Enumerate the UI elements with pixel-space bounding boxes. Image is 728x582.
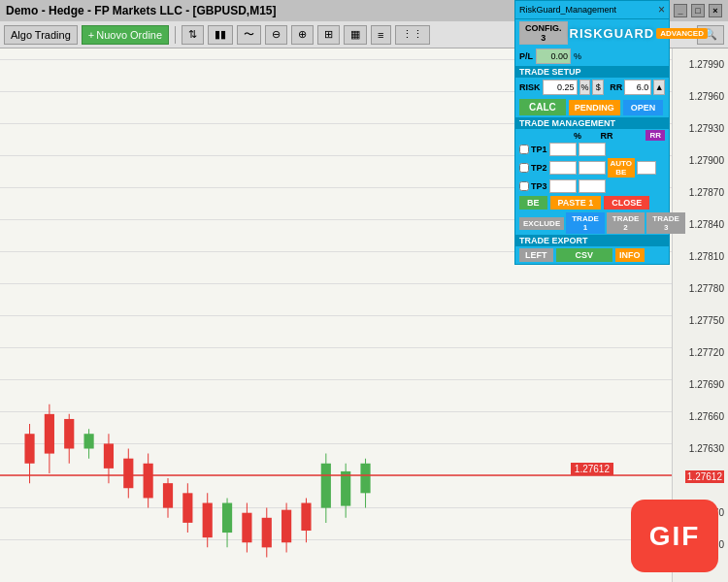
left-button[interactable]: LEFT: [519, 248, 553, 262]
minimize-button[interactable]: _: [674, 4, 687, 17]
tp1-rr-input[interactable]: [579, 143, 606, 156]
window-controls[interactable]: _ □ ×: [674, 4, 722, 17]
col-rr-header: RR: [593, 131, 620, 141]
chart-type-3[interactable]: ≡: [371, 25, 390, 45]
riskguard-brand: RISKGUARD: [570, 26, 655, 41]
exclude-button[interactable]: EXCLUDE: [519, 217, 564, 230]
riskguard-header: RiskGuard_Management ×: [515, 1, 669, 19]
pl-input[interactable]: [536, 48, 571, 64]
rr-adjust-btn[interactable]: ▲: [653, 80, 665, 95]
tp1-checkbox[interactable]: [519, 145, 529, 154]
tp2-rr-input[interactable]: [579, 161, 606, 175]
price-level: 1.27690: [689, 379, 724, 390]
be-button[interactable]: BE: [519, 196, 547, 210]
window-title: Demo - Hedge - FP Markets LLC - [GBPUSD,…: [6, 4, 276, 17]
svg-rect-9: [104, 443, 114, 468]
current-price-label: 1.27612: [571, 463, 613, 475]
maximize-button[interactable]: □: [691, 4, 705, 17]
trade2-button[interactable]: TRADE 2: [607, 212, 645, 234]
tp2-row: TP2 AUTOBE: [515, 157, 669, 178]
tp3-label: TP3: [531, 181, 547, 191]
cursor: [386, 306, 394, 313]
svg-rect-1: [24, 434, 34, 464]
action-buttons-row: CALC PENDING OPEN: [515, 97, 669, 117]
svg-rect-29: [301, 503, 311, 532]
svg-rect-33: [341, 471, 350, 506]
chart-type-2[interactable]: ▦: [344, 25, 367, 45]
separator-1: [175, 26, 176, 44]
price-level: 1.27780: [689, 283, 724, 294]
tp3-pct-input[interactable]: [549, 179, 577, 193]
chart-type-1[interactable]: ⊞: [317, 25, 340, 45]
riskguard-panel: RiskGuard_Management × CONFIG. 3 RISKGUA…: [514, 0, 670, 265]
chart-tool-1[interactable]: ⇅: [182, 25, 204, 45]
svg-rect-17: [182, 493, 192, 523]
gif-badge: GIF: [631, 500, 718, 572]
chart-tool-3[interactable]: 〜: [237, 25, 261, 45]
rr-input[interactable]: [624, 80, 651, 95]
nuovo-ordine-button[interactable]: + Nuovo Ordine: [82, 25, 169, 45]
trade-setup-header: TRADE SETUP: [515, 66, 669, 78]
zoom-out-button[interactable]: ⊖: [265, 25, 287, 45]
svg-rect-31: [321, 464, 331, 508]
riskguard-header-label: RiskGuard_Management: [519, 5, 616, 15]
algo-trading-label: Algo Trading: [11, 29, 71, 41]
close-button[interactable]: ×: [709, 4, 722, 17]
pending-button[interactable]: PENDING: [569, 100, 620, 115]
close-trade-button[interactable]: CLOSE: [604, 196, 649, 210]
risk-dollar-btn[interactable]: $: [592, 80, 604, 95]
tp3-checkbox[interactable]: [519, 181, 529, 191]
be-paste-close-row: BE PASTE 1 CLOSE: [515, 194, 669, 211]
zoom-in-button[interactable]: ⊕: [291, 25, 314, 45]
tp1-row: TP1: [515, 142, 669, 157]
svg-rect-23: [242, 513, 251, 543]
tp1-label: TP1: [531, 145, 547, 154]
svg-rect-27: [281, 510, 291, 543]
tp2-label: TP2: [531, 163, 547, 173]
calc-button[interactable]: CALC: [519, 99, 566, 115]
chart-tool-2[interactable]: ▮▮: [208, 25, 233, 45]
csv-button[interactable]: CSV: [556, 248, 613, 262]
svg-rect-25: [262, 518, 272, 548]
info-button[interactable]: INFO: [615, 248, 645, 262]
trade3-button[interactable]: TRADE 3: [646, 212, 685, 234]
risk-rr-row: RISK % $ RR ▲: [515, 78, 669, 97]
price-level: 1.27900: [689, 155, 724, 166]
trade-mgmt-header: TRADE MANAGEMENT: [515, 117, 669, 129]
open-button[interactable]: OPEN: [623, 100, 664, 115]
svg-rect-3: [45, 414, 54, 454]
svg-rect-13: [144, 464, 153, 499]
tp1-pct-input[interactable]: [549, 143, 577, 156]
current-price-axis-label: 1.27612: [685, 470, 724, 483]
svg-rect-35: [360, 464, 370, 494]
algo-trading-button[interactable]: Algo Trading: [4, 25, 78, 45]
pl-label: P/L: [519, 51, 533, 61]
paste1-button[interactable]: PASTE 1: [550, 196, 602, 210]
svg-rect-21: [222, 503, 232, 534]
svg-rect-5: [64, 419, 74, 449]
tp3-row: TP3: [515, 178, 669, 194]
riskguard-close-button[interactable]: ×: [658, 3, 665, 16]
price-level: 1.27630: [689, 443, 724, 454]
price-level: 1.27810: [689, 251, 724, 262]
auto-be-button[interactable]: AUTOBE: [608, 158, 636, 178]
svg-rect-19: [203, 503, 213, 538]
order-icon: +: [88, 29, 94, 41]
price-level: 1.27660: [689, 411, 724, 422]
risk-pct-btn[interactable]: %: [579, 80, 591, 95]
pl-unit: %: [574, 51, 581, 61]
trade1-button[interactable]: TRADE 1: [566, 212, 605, 234]
more-button[interactable]: ⋮⋮: [395, 25, 430, 45]
tp2-extra-input[interactable]: [637, 161, 656, 175]
price-level: 1.27990: [689, 59, 724, 70]
risk-input[interactable]: [543, 80, 578, 95]
trade-export-header: TRADE EXPORT: [515, 235, 669, 246]
config-tab[interactable]: CONFIG. 3: [519, 21, 568, 45]
rr-badge: RR: [645, 130, 665, 141]
nuovo-ordine-label: Nuovo Ordine: [96, 29, 162, 41]
tp3-rr-input[interactable]: [579, 179, 606, 193]
price-level: 1.27750: [689, 315, 724, 326]
tp2-pct-input[interactable]: [549, 161, 577, 175]
tp2-checkbox[interactable]: [519, 163, 529, 173]
svg-rect-11: [123, 459, 133, 489]
